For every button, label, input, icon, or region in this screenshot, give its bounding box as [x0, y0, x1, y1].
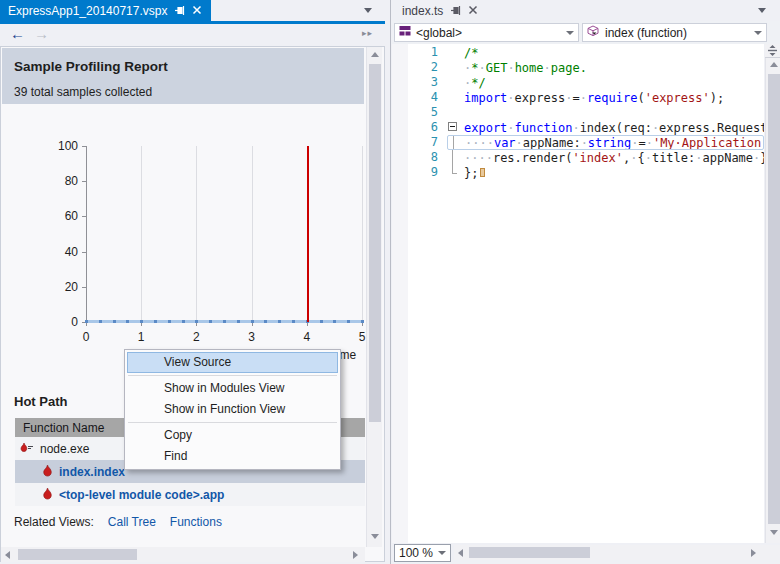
selected-sample-line	[307, 146, 309, 322]
y-axis	[86, 146, 87, 323]
x-tick-label: 0	[76, 330, 96, 344]
editor-zoom-value: 100 %	[399, 546, 433, 560]
scrollbar-thumb[interactable]	[469, 547, 590, 558]
code-editor[interactable]: 1/*2·*·GET·home·page.3·*/4import·express…	[392, 44, 764, 543]
pin-icon[interactable]	[174, 5, 185, 16]
fold-margin	[447, 150, 460, 165]
data-point-marker	[264, 320, 267, 323]
menu-item-find[interactable]: Find	[127, 446, 338, 467]
x-tick-label: 2	[186, 330, 206, 344]
code-line[interactable]: 1/*	[392, 45, 764, 60]
scrollbar-thumb[interactable]	[18, 549, 137, 560]
menu-item-show-in-modules-view[interactable]: Show in Modules View	[127, 378, 338, 399]
data-point-marker	[154, 320, 157, 323]
fold-margin	[447, 90, 460, 105]
related-views-label: Related Views:	[14, 515, 94, 529]
gridline	[141, 146, 142, 322]
scroll-down-icon[interactable]	[371, 534, 379, 539]
left-tab-strip: ExpressApp1_20140717.vspx	[0, 0, 385, 21]
close-icon[interactable]	[468, 5, 479, 16]
tab-index-ts[interactable]: index.ts	[394, 0, 487, 21]
back-button[interactable]: ←	[10, 25, 25, 42]
scroll-down-icon[interactable]	[770, 530, 778, 535]
menu-separator	[128, 375, 337, 376]
data-point-marker	[195, 320, 198, 323]
scroll-right-icon[interactable]	[353, 551, 358, 559]
collapse-region-icon[interactable]	[447, 120, 460, 135]
code-line[interactable]: 4import·express·=·require('express');	[392, 90, 764, 105]
editor-zoom-dropdown[interactable]: 100 %	[394, 544, 451, 562]
function-name: node.exe	[40, 442, 89, 456]
x-tick-label: 4	[297, 330, 317, 344]
y-tick-label: 60	[48, 209, 78, 223]
scroll-up-icon[interactable]	[770, 62, 778, 67]
profiling-report-view: Sample Profiling Report 39 total samples…	[0, 46, 385, 562]
data-point-marker	[237, 320, 240, 323]
y-tickmark	[82, 146, 86, 147]
menu-item-view-source[interactable]: View Source	[127, 352, 338, 373]
editor-horizontal-scrollbar[interactable]	[454, 545, 780, 560]
scroll-right-icon[interactable]	[751, 549, 756, 557]
member-dropdown-value: index (function)	[605, 26, 687, 40]
code-line[interactable]: 2·*·GET·home·page.	[392, 60, 764, 75]
fold-margin	[447, 60, 460, 75]
chevron-down-icon	[566, 31, 574, 35]
y-tickmark	[82, 216, 86, 217]
code-line[interactable]: 9};	[392, 165, 764, 180]
scrollbar-thumb[interactable]	[768, 74, 780, 524]
scope-dropdown[interactable]: <global>	[394, 23, 579, 42]
method-icon	[587, 25, 600, 41]
menu-item-copy[interactable]: Copy	[127, 425, 338, 446]
editor-vertical-scrollbar[interactable]	[765, 58, 780, 543]
line-number: 8	[392, 150, 447, 165]
function-name[interactable]: <top-level module code>.app	[59, 488, 224, 502]
flame-icon	[42, 465, 53, 478]
data-point-marker	[333, 320, 336, 323]
related-view-link-call-tree[interactable]: Call Tree	[108, 515, 156, 529]
y-tick-label: 40	[48, 245, 78, 259]
code-line[interactable]: 8····res.render('index',·{·title:·appNam…	[392, 150, 764, 165]
code-editor-pane: index.ts <global> index (function)	[392, 0, 780, 564]
tab-list-dropdown-icon[interactable]	[364, 8, 372, 13]
chevron-down-icon	[438, 551, 446, 555]
code-line[interactable]: 3·*/	[392, 75, 764, 90]
related-view-link-functions[interactable]: Functions	[170, 515, 222, 529]
chevron-down-icon	[754, 31, 762, 35]
toolbar-overflow-icon[interactable]: ▸▸	[362, 28, 373, 38]
function-name[interactable]: index.index	[59, 465, 125, 479]
data-point-marker	[182, 320, 185, 323]
data-point-marker	[85, 320, 88, 323]
menu-separator	[128, 422, 337, 423]
profiler-pane: ExpressApp1_20140717.vspx ← → ▸▸ Sample …	[0, 0, 385, 564]
fold-margin	[447, 45, 460, 60]
y-tick-label: 80	[48, 174, 78, 188]
left-horizontal-scrollbar[interactable]	[1, 547, 365, 562]
forward-button[interactable]: →	[34, 25, 49, 42]
code-line[interactable]: 6export·function·index(req:·express.Requ…	[392, 120, 764, 135]
scroll-left-icon[interactable]	[458, 549, 463, 557]
tab-expressapp-vspx[interactable]: ExpressApp1_20140717.vspx	[0, 0, 211, 21]
scrollbar-thumb[interactable]	[369, 64, 381, 422]
pane-splitter[interactable]	[385, 0, 391, 564]
menu-item-show-in-function-view[interactable]: Show in Function View	[127, 399, 338, 420]
cpu-samples-chart[interactable]: 020406080100012345	[1, 47, 366, 367]
editor-splitter-handle[interactable]	[765, 44, 780, 58]
code-line[interactable]: 5	[392, 105, 764, 120]
scroll-left-icon[interactable]	[5, 551, 10, 559]
namespace-icon	[399, 25, 411, 40]
member-dropdown[interactable]: index (function)	[582, 23, 767, 42]
code-text: };	[460, 165, 764, 180]
line-number: 7	[392, 135, 447, 150]
tab-list-dropdown-icon[interactable]	[758, 8, 766, 13]
data-point-marker	[320, 320, 323, 323]
pin-icon[interactable]	[450, 5, 461, 16]
scroll-up-icon[interactable]	[371, 52, 379, 57]
close-icon[interactable]	[192, 5, 203, 16]
code-line[interactable]: 7····var·appName:·string·=·'My·Applicati…	[392, 135, 764, 150]
fold-margin	[448, 136, 461, 149]
code-text: ····var·appName:·string·=·'My·Applicatio…	[461, 136, 763, 149]
left-vertical-scrollbar[interactable]	[366, 47, 382, 547]
code-text: export·function·index(req:·express.Reque…	[460, 120, 764, 135]
line-number: 9	[392, 165, 447, 180]
hot-path-row[interactable]: <top-level module code>.app	[15, 483, 365, 506]
